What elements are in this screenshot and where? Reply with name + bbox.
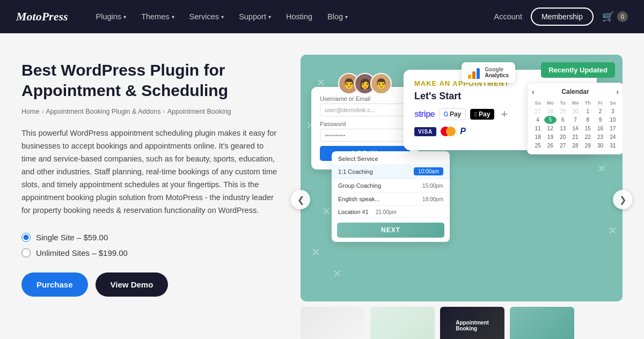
mastercard-badge [441,127,456,136]
cal-next-button[interactable]: › [616,87,619,96]
cal-day[interactable]: 10 [607,116,619,124]
nav-hosting[interactable]: Hosting [280,8,319,25]
cal-day[interactable]: 15 [582,124,594,132]
pricing-option-single[interactable]: Single Site – $59.00 [21,233,279,242]
thumbnail[interactable] [370,307,435,339]
carousel-prev-button[interactable]: ❮ [291,190,310,209]
cal-day[interactable]: 21 [569,133,581,141]
cal-day[interactable]: 27 [532,107,544,115]
next-button[interactable]: NEXT [337,223,444,238]
cal-day[interactable]: 20 [557,133,569,141]
password-input[interactable] [320,129,410,142]
decorative-cross: ✕ [322,205,331,218]
cal-day[interactable]: 26 [544,142,556,150]
nav-themes[interactable]: Themes ▾ [135,8,180,25]
service-name: Location #1 [338,209,369,215]
decorative-cross: ✕ [333,267,342,280]
page-description: This powerful WordPress appointment sche… [21,127,279,217]
membership-button[interactable]: Membership [531,8,594,26]
email-input[interactable] [320,104,410,116]
cal-day[interactable]: 23 [594,133,606,141]
nav-blog[interactable]: Blog ▾ [321,8,354,25]
thumbnail[interactable] [301,307,365,339]
cart-count: 0 [617,11,628,22]
password-label: Password [320,121,410,127]
cal-day[interactable]: 8 [582,116,594,124]
cal-day[interactable]: 11 [532,124,544,132]
breadcrumb: Home › Appointment Booking Plugin & Addo… [21,108,279,115]
add-payment-icon[interactable]: + [501,107,508,121]
chevron-down-icon: ▾ [221,14,224,20]
cal-day[interactable]: 30 [594,142,606,150]
service-header: Select Service [332,151,450,164]
cal-day[interactable]: 16 [594,124,606,132]
cal-day[interactable]: 1 [582,107,594,115]
chevron-down-icon: ▾ [268,14,271,20]
cal-day[interactable]: 7 [569,116,581,124]
recently-updated-badge: Recently Updated [541,62,615,78]
pricing-radio-unlimited[interactable] [21,248,31,257]
cal-day[interactable]: 17 [607,124,619,132]
calendar-header: ‹ Calendar › [532,87,619,96]
thumbnail[interactable]: AppointmentBooking [440,307,504,339]
service-item[interactable]: Location #1 21:00pm [332,206,450,218]
apple-pay-button[interactable]:  Pay [470,109,494,120]
service-item[interactable]: Group Coaching 15:00pm [332,179,450,193]
cal-day[interactable]: 13 [557,124,569,132]
cal-day-today[interactable]: 5 [544,116,556,124]
service-time: 15:00pm [422,183,443,189]
visa-badge: VISA [414,127,436,136]
paypal-icon: P [460,127,466,136]
cart-button[interactable]: 🛒 0 [602,11,628,23]
breadcrumb-home[interactable]: Home [21,108,39,115]
view-demo-button[interactable]: View Demo [96,272,169,297]
nav-links: Plugins ▾ Themes ▾ Services ▾ Support ▾ … [90,8,494,25]
email-label: Username or Email [320,95,410,102]
cal-day[interactable]: 18 [532,133,544,141]
pricing-label-single: Single Site – $59.00 [36,233,108,242]
cal-day[interactable]: 3 [607,107,619,115]
cal-day[interactable]: 24 [607,133,619,141]
service-item[interactable]: 1:1 Coaching 10:00am [332,164,450,179]
thumbnail[interactable] [510,307,574,339]
cal-day[interactable]: 22 [582,133,594,141]
chevron-down-icon: ▾ [123,14,126,20]
pricing-radio-single[interactable] [21,233,31,242]
cal-day[interactable]: 29 [582,142,594,150]
cal-day[interactable]: 4 [532,116,544,124]
cal-day[interactable]: 31 [607,142,619,150]
service-name: English speak... [338,196,380,202]
main-content: Best WordPress Plugin for Appointment & … [0,33,644,339]
decorative-cross: ✕ [311,246,320,259]
cart-icon: 🛒 [602,11,614,23]
cal-day[interactable]: 25 [532,142,544,150]
cal-day[interactable]: 27 [557,142,569,150]
pricing-option-unlimited[interactable]: Unlimited Sites – $199.00 [21,248,279,257]
gpay-button[interactable]: G Pay [439,108,466,120]
carousel-next-button[interactable]: ❯ [613,190,632,209]
purchase-button[interactable]: Purchase [21,272,88,297]
cal-day[interactable]: 29 [557,107,569,115]
navbar: MotoPress Plugins ▾ Themes ▾ Services ▾ … [0,0,644,33]
ga-icon [468,66,481,79]
cal-day[interactable]: 2 [594,107,606,115]
cal-day[interactable]: 28 [569,142,581,150]
decorative-cross: ✕ [597,162,606,175]
cal-day[interactable]: 30 [569,107,581,115]
service-item[interactable]: English speak... 18:00pm [332,193,450,206]
nav-plugins[interactable]: Plugins ▾ [90,8,133,25]
site-logo[interactable]: MotoPress [16,10,68,24]
cal-day[interactable]: 28 [544,107,556,115]
cal-day[interactable]: 6 [557,116,569,124]
cal-day[interactable]: 19 [544,133,556,141]
decorative-cross: ✕ [608,224,617,237]
breadcrumb-parent[interactable]: Appointment Booking Plugin & Addons [46,108,161,115]
pricing-label-unlimited: Unlimited Sites – $199.00 [36,248,128,257]
cal-day[interactable]: 12 [544,124,556,132]
cal-prev-button[interactable]: ‹ [532,87,535,96]
account-link[interactable]: Account [494,12,522,21]
cal-day[interactable]: 9 [594,116,606,124]
cal-day[interactable]: 14 [569,124,581,132]
nav-support[interactable]: Support ▾ [232,8,277,25]
nav-services[interactable]: Services ▾ [183,8,231,25]
